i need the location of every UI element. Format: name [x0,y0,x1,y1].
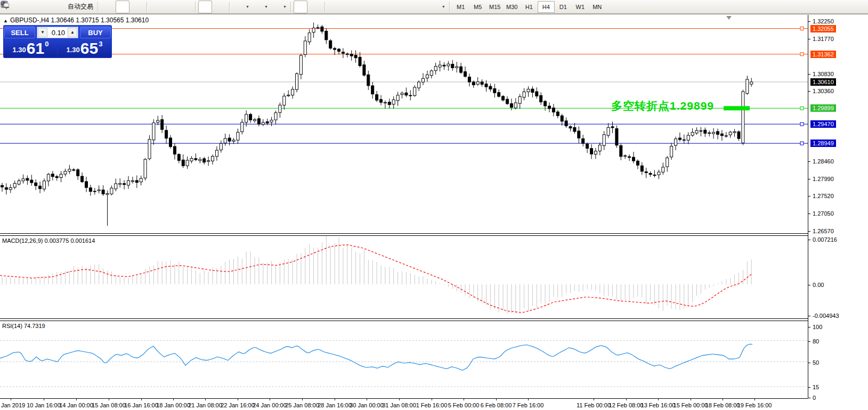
timeframe-button-d1[interactable]: D1 [555,1,572,13]
timeframe-button-m5[interactable]: M5 [469,1,486,13]
volume-increase-button[interactable]: ▲ [68,28,77,37]
text-icon[interactable]: A [400,1,413,13]
sell-price-big: 61 [27,42,44,55]
candlestick-chart-icon[interactable] [116,1,129,13]
chart-shift-icon[interactable] [213,1,226,13]
chart-title: ▲GBPUSD-,H4 1.30646 1.30715 1.30565 1.30… [3,17,149,24]
axis-tick [808,327,810,327]
signals-icon[interactable] [40,1,54,13]
axis-tick [808,161,810,162]
axis-label: 0.00 [813,282,824,288]
autotrade-label[interactable]: 自动交易 [68,2,93,11]
arrows-icon[interactable] [428,1,442,13]
toolbar-separator [195,2,196,12]
fibonacci-icon[interactable]: F [385,1,399,13]
timeframe-button-h1[interactable]: H1 [521,1,538,13]
autotrade-icon[interactable] [54,1,66,13]
axis-tick [808,39,810,39]
axis-label: 1.30360 [813,88,834,94]
periods-dropdown-caret[interactable]: ▼ [264,5,268,9]
channel-icon[interactable]: E [371,1,385,13]
time-label: 9 Jan 2019 [0,402,25,408]
rsi-pane[interactable]: RSI(14) 74.7319 [0,321,808,399]
macd-chart[interactable] [0,236,808,318]
axis-label: 1.26570 [813,228,834,234]
axis-tick [808,387,810,388]
horizontal-line-icon[interactable] [342,1,356,13]
timeframe-button-m15[interactable]: M15 [486,1,504,13]
periods-icon[interactable] [251,1,265,13]
axis-label: 1.32250 [813,18,834,24]
toolbar-separator [325,2,325,12]
chart-window: ▲GBPUSD-,H4 1.30646 1.30715 1.30565 1.30… [0,14,868,410]
timeframe-button-m30[interactable]: M30 [504,1,521,13]
time-label: 21 Jan 08:00 [188,402,222,408]
volume-spinner[interactable]: ▼ 0.10 ▲ [37,27,78,38]
trendline-icon[interactable] [356,1,370,13]
time-tick [528,399,529,400]
axis-label: 100 [813,324,822,330]
timeframe-button-m1[interactable]: M1 [452,1,469,13]
time-label: 28 Jan 16:00 [318,402,352,408]
time-label: 30 Jan 00:00 [350,402,384,408]
price-axis[interactable]: 1.322501.317701.308301.303601.284601.279… [808,15,868,398]
cursor-icon[interactable] [294,1,307,13]
templates-icon[interactable] [270,1,283,13]
time-label: 19 Feb 16:00 [737,402,772,408]
time-tick [367,399,367,400]
volume-decrease-button[interactable]: ▼ [38,28,47,37]
axis-tick [808,398,810,398]
collapse-triangle-icon[interactable]: ▲ [3,18,8,23]
time-tick [755,399,755,400]
scroll-to-end-icon[interactable] [198,1,212,13]
sell-button[interactable]: SELL [4,27,35,38]
axis-tick [808,91,810,92]
line-chart-icon[interactable] [130,1,144,13]
candlestick-chart[interactable] [0,15,808,233]
price-badge: 1.28949 [810,140,836,147]
market-watch-icon[interactable] [26,1,39,13]
time-label: 15 Jan 08:00 [92,402,126,408]
time-tick [496,399,497,400]
axis-tick [808,74,810,75]
timeframe-button-w1[interactable]: W1 [572,1,589,13]
chat-icon[interactable] [852,1,866,13]
timeframe-button-h4[interactable]: H4 [538,1,555,13]
axis-tick [808,179,810,179]
time-label: 18 Jan 00:00 [156,402,190,408]
label-icon[interactable]: T [414,1,428,13]
timeframe-button-mn[interactable]: MN [589,1,606,13]
time-axis[interactable]: 9 Jan 201910 Jan 16:0014 Jan 00:0015 Jan… [0,399,868,410]
axis-tick [808,240,810,240]
search-icon[interactable] [838,1,851,13]
indicators-dropdown-caret[interactable]: ▼ [246,5,249,9]
zoom-out-icon[interactable] [164,1,178,13]
buy-button[interactable]: BUY [80,27,111,38]
time-label: 7 Feb 16:00 [513,402,544,408]
volume-value[interactable]: 0.10 [48,29,67,37]
gold-book-icon[interactable] [11,1,25,13]
crosshair-icon[interactable] [308,1,322,13]
rsi-label: RSI(14) 74.7319 [2,323,45,329]
axis-label: 1.27520 [813,193,834,199]
pivot-annotation[interactable]: 多空转折点1.29899 [554,99,714,113]
time-tick [626,399,627,400]
tile-windows-icon[interactable] [179,1,192,13]
rsi-chart[interactable] [0,321,808,398]
time-label: 5 Feb 00:00 [448,402,480,408]
templates-dropdown-caret[interactable]: ▼ [283,5,287,9]
buy-price-prefix: 1.30 [67,46,80,54]
arrows-dropdown-caret[interactable]: ▼ [442,5,445,9]
indicators-icon[interactable] [232,1,246,13]
buy-price[interactable]: 1.30 65 3 [58,39,111,57]
axis-label: 15 [813,384,819,390]
zoom-in-icon[interactable] [150,1,164,13]
price-badge: 1.31362 [810,51,836,58]
toolbar-separator [229,2,230,12]
macd-pane[interactable]: MACD(12,26,9) 0.003775 0.001614 [0,236,808,318]
price-badge: 1.29899 [810,104,836,112]
bar-chart-icon[interactable] [101,1,115,13]
sell-price[interactable]: 1.30 61 0 [4,39,57,57]
price-pane[interactable]: ▲GBPUSD-,H4 1.30646 1.30715 1.30565 1.30… [0,15,808,233]
vertical-line-icon[interactable] [328,1,342,13]
